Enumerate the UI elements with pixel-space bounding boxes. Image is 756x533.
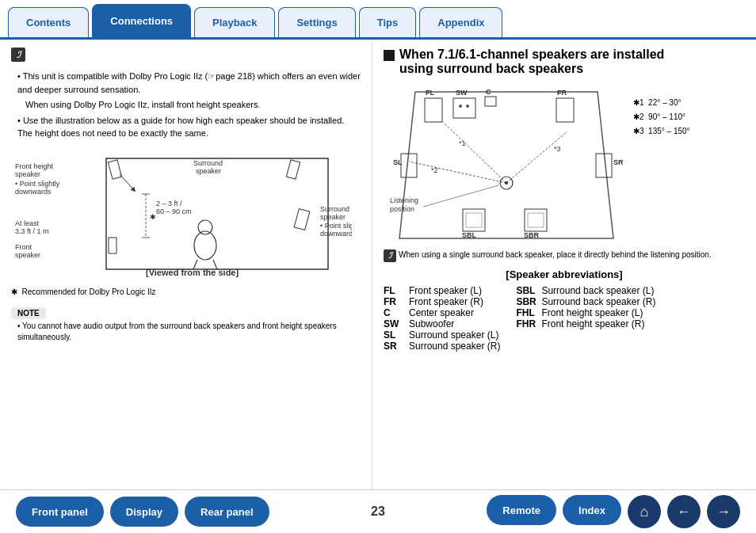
svg-text:Listening: Listening xyxy=(390,196,418,204)
svg-text:SBR: SBR xyxy=(524,231,540,239)
svg-text:• Point slightly: • Point slightly xyxy=(320,222,352,230)
tab-settings[interactable]: Settings xyxy=(278,7,355,37)
svg-rect-47 xyxy=(466,213,482,227)
svg-point-5 xyxy=(194,231,216,260)
svg-rect-42 xyxy=(401,154,417,177)
svg-rect-44 xyxy=(596,154,612,177)
svg-rect-50 xyxy=(528,213,544,227)
svg-text:✱: ✱ xyxy=(150,213,156,221)
angles-info: ✱1 22° – 30° ✱2 90° – 110° ✱3 135° – 150… xyxy=(633,96,756,139)
svg-rect-3 xyxy=(286,159,300,178)
speaker-layout-diagram: FL SW C FR SL SR xyxy=(384,84,629,242)
tab-playback[interactable]: Playback xyxy=(194,7,275,37)
section-title-square xyxy=(384,50,395,61)
svg-text:Front: Front xyxy=(15,243,32,251)
svg-text:SR: SR xyxy=(613,158,624,166)
remote-button[interactable]: Remote xyxy=(487,495,556,525)
abbrev-sw: SWSubwoofer xyxy=(384,318,500,329)
svg-text:FL: FL xyxy=(426,89,434,97)
svg-text:Surround back: Surround back xyxy=(320,205,352,213)
page-number: 23 xyxy=(371,504,385,519)
svg-marker-31 xyxy=(399,92,613,238)
svg-point-36 xyxy=(466,105,469,108)
abbrev-sr: SRSurround speaker (R) xyxy=(384,341,500,352)
bullet2-text: • Use the illustration below as a guide … xyxy=(17,114,361,140)
svg-line-54 xyxy=(443,122,506,183)
svg-line-56 xyxy=(409,162,506,183)
svg-text:3.3 ft / 1 m: 3.3 ft / 1 m xyxy=(15,227,49,235)
abbrev-sbl: SBLSurround back speaker (L) xyxy=(516,285,655,296)
home-button[interactable]: ⌂ xyxy=(628,495,661,528)
section-title: When 7.1/6.1-channel speakers are instal… xyxy=(384,48,745,76)
main-content: ℐ • This unit is compatible with Dolby P… xyxy=(0,40,756,489)
svg-rect-0 xyxy=(106,158,328,269)
tab-contents[interactable]: Contents xyxy=(8,7,89,37)
svg-text:downwards: downwards xyxy=(320,230,352,238)
abbrev-sl: SLSurround speaker (L) xyxy=(384,329,500,341)
svg-text:At least: At least xyxy=(15,219,40,227)
svg-text:position: position xyxy=(390,205,414,213)
footer-left: Front panel Display Rear panel xyxy=(16,497,269,527)
svg-rect-1 xyxy=(108,159,121,178)
abbrev-c: CCenter speaker xyxy=(384,307,500,318)
svg-text:*3: *3 xyxy=(554,145,561,153)
svg-text:SW: SW xyxy=(456,89,468,97)
asterisk-note: ✱ ✱ Recommended for Dolby Pro Logic IIzR… xyxy=(11,287,361,296)
svg-text:speaker: speaker xyxy=(320,213,346,221)
abbrev-title: [Speaker abbreviations] xyxy=(384,268,745,280)
bullet1-text: • This unit is compatible with Dolby Pro… xyxy=(17,70,361,96)
svg-point-35 xyxy=(459,105,462,108)
left-panel: ℐ • This unit is compatible with Dolby P… xyxy=(0,40,372,489)
svg-text:60 – 90 cm: 60 – 90 cm xyxy=(156,207,192,215)
angle3: ✱3 135° – 150° xyxy=(633,124,756,139)
svg-text:2 – 3 ft /: 2 – 3 ft / xyxy=(156,200,182,207)
footer-right: Remote Index ⌂ ← → xyxy=(487,495,740,528)
front-panel-button[interactable]: Front panel xyxy=(16,497,104,527)
svg-rect-4 xyxy=(294,208,310,230)
svg-text:SBL: SBL xyxy=(462,231,477,239)
svg-rect-38 xyxy=(485,97,496,106)
svg-text:speaker: speaker xyxy=(196,167,221,175)
right-panel: When 7.1/6.1-channel speakers are instal… xyxy=(372,40,756,489)
abbrev-right-col: SBLSurround back speaker (L) SBRSurround… xyxy=(516,285,655,352)
tab-tips[interactable]: Tips xyxy=(359,7,417,37)
side-view-diagram-svg: ✱ Front height speaker • Point slightly … xyxy=(11,147,352,281)
svg-point-6 xyxy=(198,220,212,234)
section-title-line1: When 7.1/6.1-channel speakers are instal… xyxy=(399,48,664,62)
abbrev-left-col: FLFront speaker (L) FRFront speaker (R) … xyxy=(384,285,500,352)
rear-panel-button[interactable]: Rear panel xyxy=(185,497,269,527)
small-note-icon: ℐ xyxy=(384,249,396,262)
tab-connections[interactable]: Connections xyxy=(92,4,191,37)
display-button[interactable]: Display xyxy=(110,497,178,527)
svg-text:speaker: speaker xyxy=(15,251,40,259)
svg-rect-40 xyxy=(556,98,574,122)
tabs-bar: Contents Connections Playback Settings T… xyxy=(0,0,756,40)
index-button[interactable]: Index xyxy=(563,495,621,525)
abbrev-section: [Speaker abbreviations] FLFront speaker … xyxy=(384,268,745,352)
abbrev-sbr: SBRSurround back speaker (R) xyxy=(516,296,655,307)
right-diagram-wrap: FL SW C FR SL SR xyxy=(384,84,745,245)
note-label: NOTE xyxy=(11,307,46,319)
forward-button[interactable]: → xyxy=(707,495,740,528)
svg-line-62 xyxy=(423,185,498,207)
svg-text:downwards: downwards xyxy=(15,188,52,196)
back-button[interactable]: ← xyxy=(667,495,701,528)
svg-text:Front height: Front height xyxy=(15,162,54,170)
svg-rect-9 xyxy=(109,238,116,253)
tab-appendix[interactable]: Appendix xyxy=(419,7,502,37)
angle1: ✱1 22° – 30° xyxy=(633,96,756,110)
angle2: ✱2 90° – 110° xyxy=(633,110,756,124)
svg-line-58 xyxy=(506,131,567,183)
abbrev-fhr: FHRFront height speaker (R) xyxy=(516,318,655,329)
svg-text:[Viewed from the side]: [Viewed from the side] xyxy=(146,268,239,277)
abbrev-fr: FRFront speaker (R) xyxy=(384,296,500,307)
section-title-line2: using surround back speakers xyxy=(399,62,664,76)
left-diagram: ✱ Front height speaker • Point slightly … xyxy=(11,147,361,283)
svg-text:Surround: Surround xyxy=(193,159,223,167)
bullet-section: • This unit is compatible with Dolby Pro… xyxy=(11,70,361,140)
svg-rect-34 xyxy=(453,98,475,118)
svg-text:• Point slightly: • Point slightly xyxy=(15,180,60,188)
svg-text:*2: *2 xyxy=(431,166,438,174)
note-icon: ℐ xyxy=(11,48,25,62)
svg-text:SL: SL xyxy=(393,158,403,166)
